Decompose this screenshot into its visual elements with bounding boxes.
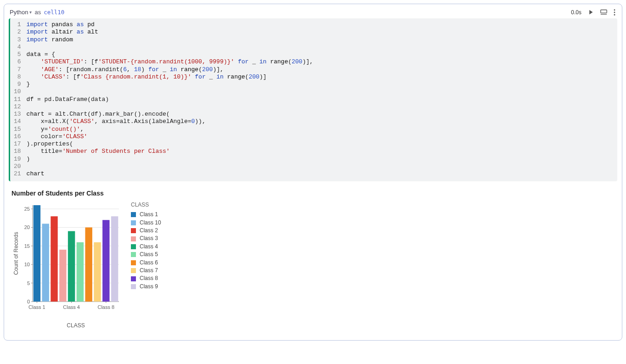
svg-text:15: 15 xyxy=(24,243,30,249)
cell-header-right: 0.0s xyxy=(571,9,615,16)
svg-rect-25 xyxy=(42,224,49,302)
legend-item: Class 7 xyxy=(131,267,161,274)
cell-name-input[interactable]: cell10 xyxy=(44,9,64,16)
legend-item: Class 4 xyxy=(131,243,161,251)
svg-point-2 xyxy=(614,9,615,11)
legend-swatch xyxy=(131,268,136,273)
svg-rect-33 xyxy=(111,216,118,302)
legend-swatch xyxy=(131,212,136,217)
legend-label: Class 8 xyxy=(140,274,158,282)
legend-item: Class 8 xyxy=(131,274,161,282)
legend-label: Class 6 xyxy=(140,259,158,267)
as-label: as xyxy=(34,9,41,16)
svg-rect-26 xyxy=(51,216,57,302)
legend-title: CLASS xyxy=(131,202,161,208)
legend-label: Class 1 xyxy=(140,211,158,218)
legend-swatch xyxy=(131,284,136,289)
legend-item: Class 5 xyxy=(131,251,161,258)
chart-plot: 0510152025Class 1Class 4Class 8CLASSCoun… xyxy=(11,202,122,330)
legend-swatch xyxy=(131,260,136,265)
cell-header: Python ▾ as cell10 0.0s xyxy=(9,9,617,18)
legend-swatch xyxy=(131,252,136,257)
svg-text:CLASS: CLASS xyxy=(67,322,85,329)
layout-icon[interactable] xyxy=(600,9,607,15)
svg-text:20: 20 xyxy=(24,225,30,230)
svg-text:10: 10 xyxy=(24,262,30,267)
svg-rect-29 xyxy=(77,242,84,302)
legend-label: Class 4 xyxy=(140,243,158,251)
legend-swatch xyxy=(131,220,136,225)
cell-output: Number of Students per Class 0510152025C… xyxy=(9,181,617,332)
legend-item: Class 6 xyxy=(131,259,161,267)
svg-text:5: 5 xyxy=(27,280,30,286)
svg-text:0: 0 xyxy=(27,299,30,304)
legend-label: Class 9 xyxy=(140,283,158,291)
legend-item: Class 3 xyxy=(131,235,161,242)
svg-point-3 xyxy=(614,11,615,13)
chart-legend: CLASS Class 1Class 10Class 2Class 3Class… xyxy=(131,202,161,291)
legend-label: Class 3 xyxy=(140,235,158,242)
legend-label: Class 5 xyxy=(140,251,158,258)
svg-point-4 xyxy=(614,14,615,15)
legend-label: Class 2 xyxy=(140,227,158,235)
legend-label: Class 10 xyxy=(140,219,161,227)
legend-swatch xyxy=(131,244,136,249)
svg-text:25: 25 xyxy=(24,206,30,212)
legend-item: Class 2 xyxy=(131,227,161,235)
svg-text:Class 4: Class 4 xyxy=(63,304,80,310)
svg-rect-28 xyxy=(68,231,75,302)
svg-rect-0 xyxy=(601,10,607,13)
svg-rect-30 xyxy=(85,228,92,302)
code-editor[interactable]: 1 2 3 4 5 6 7 8 9 10 11 12 13 14 15 16 1… xyxy=(9,18,617,181)
svg-rect-27 xyxy=(59,250,66,302)
svg-rect-24 xyxy=(34,205,40,302)
run-icon[interactable] xyxy=(588,9,594,15)
cell-header-left: Python ▾ as cell10 xyxy=(10,9,64,16)
svg-rect-31 xyxy=(94,242,101,302)
legend-item: Class 9 xyxy=(131,283,161,291)
legend-swatch xyxy=(131,228,136,233)
execution-time: 0.0s xyxy=(571,9,581,16)
bar-chart-svg: 0510152025Class 1Class 4Class 8CLASSCoun… xyxy=(11,202,122,330)
more-icon[interactable] xyxy=(614,9,615,16)
svg-text:Class 8: Class 8 xyxy=(97,304,114,310)
legend-item: Class 10 xyxy=(131,219,161,227)
svg-rect-32 xyxy=(102,220,109,302)
code-content[interactable]: import pandas as pd import altair as alt… xyxy=(27,21,617,178)
notebook-cell: Python ▾ as cell10 0.0s 1 2 3 4 5 6 7 8 … xyxy=(4,4,622,341)
svg-text:Count of Records: Count of Records xyxy=(13,232,19,275)
chart-title: Number of Students per Class xyxy=(11,190,615,197)
chevron-down-icon: ▾ xyxy=(29,10,32,15)
language-selector[interactable]: Python ▾ xyxy=(10,9,32,16)
legend-swatch xyxy=(131,236,136,241)
legend-item: Class 1 xyxy=(131,211,161,218)
svg-text:Class 1: Class 1 xyxy=(28,304,45,310)
chart-wrap: 0510152025Class 1Class 4Class 8CLASSCoun… xyxy=(11,202,615,330)
line-gutter: 1 2 3 4 5 6 7 8 9 10 11 12 13 14 15 16 1… xyxy=(10,21,27,178)
legend-swatch xyxy=(131,276,136,281)
legend-label: Class 7 xyxy=(140,267,158,274)
language-label: Python xyxy=(10,9,28,16)
